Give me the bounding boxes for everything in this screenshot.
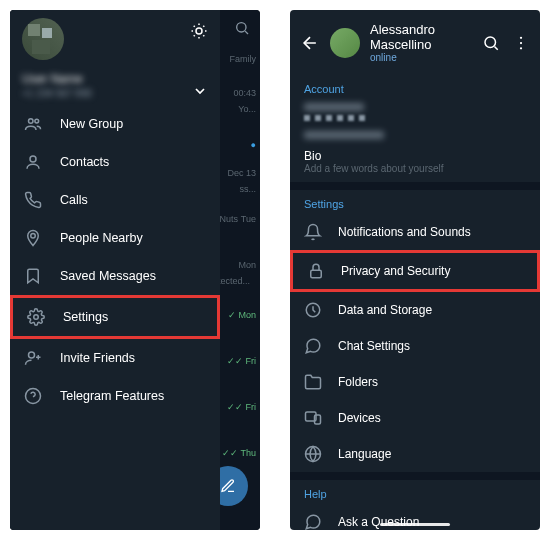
settings-privacy-security[interactable]: Privacy and Security [290, 250, 540, 292]
menu-calls[interactable]: Calls [10, 181, 220, 219]
bio-label[interactable]: Bio [290, 143, 540, 163]
settings-label: Language [338, 447, 391, 461]
settings-label: Chat Settings [338, 339, 410, 353]
globe-icon [304, 445, 322, 463]
svg-point-11 [29, 119, 34, 124]
svg-line-9 [194, 35, 195, 36]
settings-label: Data and Storage [338, 303, 432, 317]
home-indicator [380, 523, 450, 526]
settings-label: Notifications and Sounds [338, 225, 471, 239]
svg-point-26 [520, 47, 522, 49]
data-icon [304, 301, 322, 319]
bell-icon [304, 223, 322, 241]
drawer-header: User Name +1 234 567 890 [10, 10, 220, 105]
profile-status: online [370, 52, 472, 63]
theme-toggle-icon[interactable] [190, 22, 208, 40]
svg-point-25 [520, 41, 522, 43]
redacted-info [304, 115, 526, 121]
menu-invite-friends[interactable]: Invite Friends [10, 339, 220, 377]
settings-header: Alessandro Mascellino online [290, 10, 540, 75]
profile-name: Alessandro Mascellino [370, 22, 472, 52]
menu-settings[interactable]: Settings [10, 295, 220, 339]
menu-label: Invite Friends [60, 351, 135, 365]
phone-left-drawer: Family 00:43 Yo... ● Dec 13 ss... Nuts T… [10, 10, 260, 530]
svg-point-13 [30, 156, 36, 162]
svg-point-15 [34, 315, 39, 320]
svg-line-8 [203, 35, 204, 36]
account-section-title: Account [290, 75, 540, 99]
help-ask-question[interactable]: Ask a Question [290, 504, 540, 530]
settings-notifications[interactable]: Notifications and Sounds [290, 214, 540, 250]
back-arrow-icon[interactable] [300, 33, 320, 53]
contacts-icon [24, 153, 42, 171]
svg-point-16 [29, 352, 35, 358]
svg-line-10 [203, 26, 204, 27]
section-divider [290, 182, 540, 190]
search-icon[interactable] [482, 34, 500, 52]
menu-label: Telegram Features [60, 389, 164, 403]
settings-devices[interactable]: Devices [290, 400, 540, 436]
menu-saved-messages[interactable]: Saved Messages [10, 257, 220, 295]
drawer-user-phone: +1 234 567 890 [22, 88, 208, 99]
nearby-icon [24, 229, 42, 247]
svg-point-22 [485, 37, 496, 48]
menu-label: New Group [60, 117, 123, 131]
phone-icon [24, 191, 42, 209]
background-chat-hints: Family 00:43 Yo... ● Dec 13 ss... Nuts T… [220, 10, 260, 530]
gear-icon [27, 308, 45, 326]
redacted-phone [304, 103, 364, 111]
redacted-username [304, 131, 384, 139]
settings-language[interactable]: Language [290, 436, 540, 472]
chat-icon [304, 337, 322, 355]
settings-chat[interactable]: Chat Settings [290, 328, 540, 364]
settings-section-title: Settings [290, 190, 540, 214]
svg-point-14 [31, 234, 36, 239]
settings-folders[interactable]: Folders [290, 364, 540, 400]
svg-point-2 [196, 28, 202, 34]
menu-telegram-features[interactable]: Telegram Features [10, 377, 220, 415]
header-title: Alessandro Mascellino online [370, 22, 472, 63]
menu-new-group[interactable]: New Group [10, 105, 220, 143]
svg-line-23 [494, 46, 497, 49]
svg-rect-27 [311, 270, 322, 278]
invite-icon [24, 349, 42, 367]
menu-label: Settings [63, 310, 108, 324]
help-icon [24, 387, 42, 405]
chat-icon [304, 513, 322, 530]
menu-label: Saved Messages [60, 269, 156, 283]
profile-avatar[interactable] [330, 28, 360, 58]
help-label: Ask a Question [338, 515, 419, 529]
settings-data-storage[interactable]: Data and Storage [290, 292, 540, 328]
user-avatar[interactable] [22, 18, 64, 60]
settings-label: Privacy and Security [341, 264, 450, 278]
section-divider [290, 472, 540, 480]
help-section-title: Help [290, 480, 540, 504]
menu-people-nearby[interactable]: People Nearby [10, 219, 220, 257]
menu-label: Contacts [60, 155, 109, 169]
group-icon [24, 115, 42, 133]
drawer-user-name: User Name [22, 72, 208, 86]
devices-icon [304, 409, 322, 427]
lock-icon [307, 262, 325, 280]
more-icon[interactable] [512, 34, 530, 52]
folder-icon [304, 373, 322, 391]
menu-label: People Nearby [60, 231, 143, 245]
chevron-down-icon[interactable] [192, 83, 208, 99]
navigation-drawer: User Name +1 234 567 890 New Group Conta… [10, 10, 220, 530]
settings-label: Devices [338, 411, 381, 425]
menu-contacts[interactable]: Contacts [10, 143, 220, 181]
svg-point-24 [520, 36, 522, 38]
settings-label: Folders [338, 375, 378, 389]
menu-label: Calls [60, 193, 88, 207]
bio-subtitle: Add a few words about yourself [290, 163, 540, 182]
svg-point-12 [35, 119, 39, 123]
phone-right-settings: Alessandro Mascellino online Account Bio… [290, 10, 540, 530]
svg-line-7 [194, 26, 195, 27]
bookmark-icon [24, 267, 42, 285]
